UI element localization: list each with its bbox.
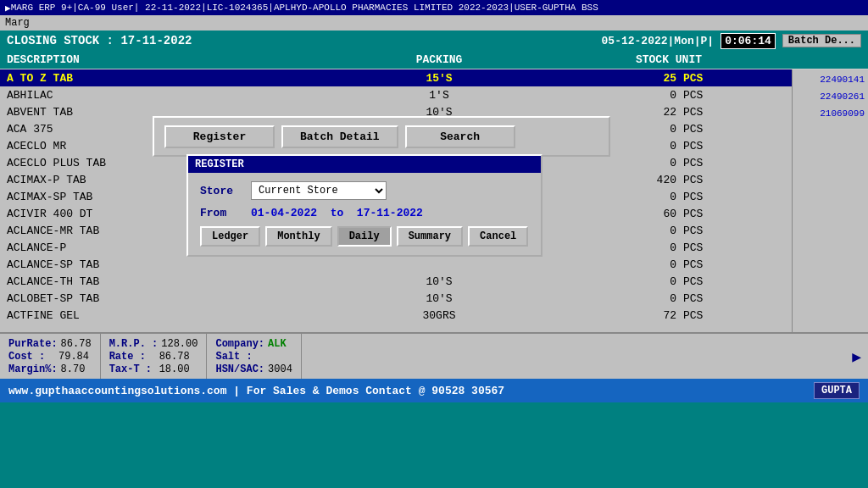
- cost-row: Cost : 79.84: [8, 351, 92, 363]
- summary-button[interactable]: Summary: [397, 226, 463, 247]
- rate-label: Rate :: [109, 351, 156, 363]
- register-dialog-title: REGISTER: [188, 156, 541, 173]
- title-icon: ▶: [5, 3, 11, 14]
- popup-overlay: Register Batch Detail Search REGISTER St…: [0, 69, 868, 332]
- mrp-row: M.R.P. : 128.00: [109, 338, 198, 350]
- time-box: 0:06:14: [721, 33, 776, 49]
- salt-row: Salt :: [215, 351, 292, 363]
- taxt-row: Tax-T : 18.00: [109, 363, 198, 375]
- margin-label: Margin%:: [8, 363, 58, 375]
- cost-label: Cost :: [8, 351, 55, 363]
- col-stock-unit: STOCK UNIT: [566, 53, 736, 66]
- search-button[interactable]: Search: [405, 125, 515, 148]
- company-value: ALK: [268, 338, 287, 350]
- footer-logo: GUPTA: [814, 382, 860, 399]
- hsn-row: HSN/SAC: 3004: [215, 363, 292, 375]
- title-text: MARG ERP 9+|CA-99 User| 22-11-2022|LIC-1…: [11, 3, 598, 13]
- hsn-value: 3004: [268, 363, 292, 375]
- register-button[interactable]: Register: [164, 125, 275, 148]
- pur-rate-row: PurRate: 86.78: [8, 338, 92, 350]
- monthly-button[interactable]: Monthly: [265, 226, 331, 247]
- status-col-1: PurRate: 86.78 Cost : 79.84 Margin%: 8.7…: [0, 334, 101, 379]
- status-col-2: M.R.P. : 128.00 Rate : 86.78 Tax-T : 18.…: [101, 334, 208, 379]
- column-header: DESCRIPTION PACKING STOCK UNIT: [0, 51, 868, 69]
- button-bar: Register Batch Detail Search: [153, 116, 610, 157]
- status-bar: PurRate: 86.78 Cost : 79.84 Margin%: 8.7…: [0, 332, 868, 379]
- header-bar: CLOSING STOCK : 17-11-2022 05-12-2022|Mo…: [0, 30, 868, 51]
- pur-rate-value: 86.78: [61, 338, 92, 350]
- daily-button[interactable]: Daily: [337, 226, 392, 247]
- to-date: 17-11-2022: [357, 207, 423, 219]
- mrp-value: 128.00: [161, 338, 198, 350]
- store-row: Store Current Store: [200, 181, 529, 200]
- company-label: Company:: [215, 338, 264, 350]
- register-dialog-body: Store Current Store From 01-04-2022 to 1…: [188, 173, 541, 255]
- dates-row: From 01-04-2022 to 17-11-2022: [200, 207, 529, 219]
- rate-row: Rate : 86.78: [109, 351, 198, 363]
- footer-text: www.gupthaaccountingsolutions.com | For …: [8, 385, 504, 397]
- status-col-3: Company: ALK Salt : HSN/SAC: 3004: [207, 334, 301, 379]
- cost-value: 79.84: [58, 351, 89, 363]
- taxt-value: 18.00: [159, 363, 190, 375]
- to-text: to: [331, 207, 344, 219]
- store-label: Store: [200, 185, 251, 197]
- col-description: DESCRIPTION: [7, 53, 312, 66]
- pur-rate-label: PurRate:: [8, 338, 58, 350]
- scroll-indicator: ▶: [302, 334, 868, 379]
- hsn-label: HSN/SAC:: [215, 363, 264, 375]
- closing-stock-label: CLOSING STOCK : 17-11-2022: [7, 34, 192, 47]
- datetime-area: 05-12-2022|Mon|P| 0:06:14 Batch De...: [602, 33, 861, 49]
- ledger-button[interactable]: Ledger: [200, 226, 260, 247]
- store-select[interactable]: Current Store: [251, 181, 387, 200]
- batch-detail-header: Batch De...: [782, 34, 861, 47]
- menu-bar: Marg: [0, 15, 868, 30]
- footer: www.gupthaaccountingsolutions.com | For …: [0, 379, 868, 402]
- company-row: Company: ALK: [215, 338, 292, 350]
- from-date: 01-04-2022: [251, 207, 317, 219]
- salt-label: Salt :: [215, 351, 262, 363]
- register-dialog: REGISTER Store Current Store From 01-04-…: [186, 154, 542, 257]
- col-packing: PACKING: [312, 53, 566, 66]
- title-bar: ▶ MARG ERP 9+|CA-99 User| 22-11-2022|LIC…: [0, 0, 868, 15]
- menu-item-marg[interactable]: Marg: [5, 17, 30, 29]
- mrp-label: M.R.P. :: [109, 338, 159, 350]
- rate-value: 86.78: [159, 351, 190, 363]
- register-buttons: Ledger Monthly Daily Summary Cancel: [200, 226, 529, 247]
- from-label: From: [200, 207, 251, 219]
- cancel-button[interactable]: Cancel: [468, 226, 528, 247]
- margin-row: Margin%: 8.70: [8, 363, 92, 375]
- date-range: 01-04-2022 to 17-11-2022: [251, 207, 423, 219]
- table-area: A TO Z TAB 15'S 25 PCS ABHILAC 1'S 0 PCS…: [0, 69, 868, 332]
- scroll-right-icon[interactable]: ▶: [852, 347, 861, 366]
- date-text: 05-12-2022|Mon|P|: [602, 35, 715, 47]
- batch-detail-button[interactable]: Batch Detail: [281, 125, 398, 148]
- taxt-label: Tax-T :: [109, 363, 156, 375]
- margin-value: 8.70: [61, 363, 86, 375]
